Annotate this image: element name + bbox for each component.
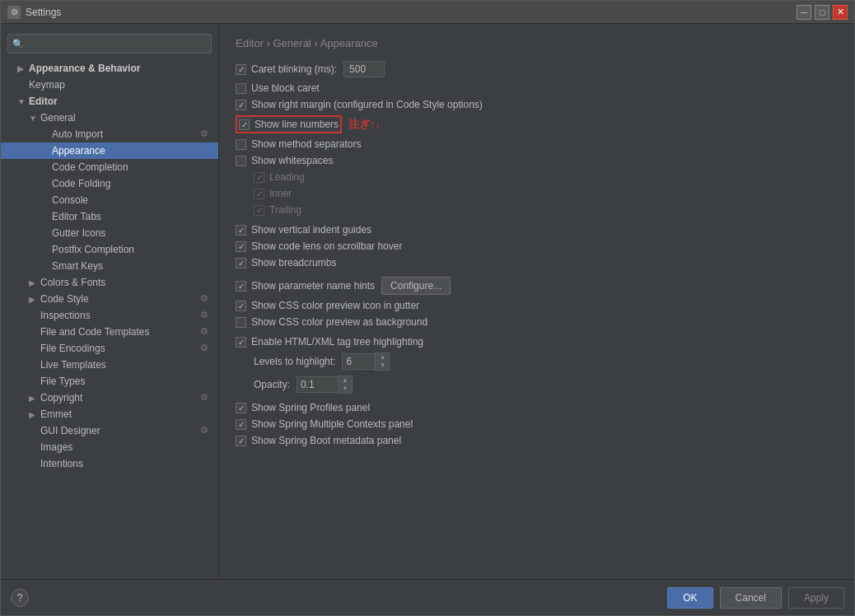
trailing-checkbox[interactable]: Trailing xyxy=(254,204,301,216)
sidebar-item-emmet[interactable]: ▶ Emmet xyxy=(1,406,218,422)
sidebar-item-label: Gutter Icons xyxy=(52,227,105,239)
method-separators-checkbox[interactable]: Show method separators xyxy=(236,138,361,150)
sidebar-item-colors-fonts[interactable]: ▶ Colors & Fonts xyxy=(1,274,218,291)
spinner-up-button[interactable]: ▲ xyxy=(339,376,352,385)
sidebar-item-file-code-templates[interactable]: File and Code Templates ⚙ xyxy=(1,324,218,340)
param-hints-checkbox[interactable]: Show parameter name hints xyxy=(236,280,375,292)
sidebar-item-label: General xyxy=(40,112,76,124)
levels-input[interactable] xyxy=(342,353,375,370)
caret-blinking-input[interactable] xyxy=(343,61,385,77)
help-button[interactable]: ? xyxy=(11,589,29,607)
setting-line-numbers: Show line numbers 注ぎ↑↓ xyxy=(236,115,838,133)
sidebar-item-live-templates[interactable]: Live Templates xyxy=(1,357,218,373)
right-margin-checkbox[interactable]: Show right margin (configured in Code St… xyxy=(236,99,483,110)
setting-method-separators: Show method separators xyxy=(236,138,838,150)
opacity-spinner[interactable]: ▲ ▼ xyxy=(297,376,353,394)
sidebar-item-gui-designer[interactable]: GUI Designer ⚙ xyxy=(1,422,218,439)
sidebar-item-intentions[interactable]: Intentions xyxy=(1,455,218,472)
setting-param-hints: Show parameter name hints Configure... xyxy=(236,277,838,295)
sidebar-item-label: Colors & Fonts xyxy=(40,277,105,288)
breadcrumb-text: Editor › General › Appearance xyxy=(236,37,378,49)
ok-button[interactable]: OK xyxy=(667,587,712,609)
checkbox-icon xyxy=(236,281,246,292)
sidebar-item-label: Appearance & Behavior xyxy=(29,63,140,74)
checkbox-icon xyxy=(236,258,246,268)
content-panel: Editor › General › Appearance Caret blin… xyxy=(219,24,854,579)
setting-caret-blinking: Caret blinking (ms): xyxy=(236,61,838,77)
sidebar-item-postfix-completion[interactable]: Postfix Completion xyxy=(1,241,218,258)
breadcrumbs-label: Show breadcrumbs xyxy=(251,257,336,268)
sidebar-item-label: Images xyxy=(40,441,72,453)
sidebar-item-appearance-behavior[interactable]: ▶ Appearance & Behavior xyxy=(1,60,218,77)
sidebar-item-label: Postfix Completion xyxy=(52,244,134,255)
setting-enable-html: Enable HTML/XML tag tree highlighting xyxy=(236,336,838,348)
close-button[interactable]: ✕ xyxy=(833,5,848,20)
sidebar-item-editor[interactable]: ▼ Editor xyxy=(1,93,218,110)
sidebar-item-code-completion[interactable]: Code Completion xyxy=(1,159,218,175)
sidebar-item-label: Intentions xyxy=(40,458,83,469)
setting-whitespaces: Show whitespaces xyxy=(236,155,838,166)
sidebar-item-label: Auto Import xyxy=(52,128,103,140)
apply-button[interactable]: Apply xyxy=(788,587,844,609)
inner-checkbox[interactable]: Inner xyxy=(254,188,292,199)
main-content: 🔍 ▶ Appearance & Behavior Keymap ▼ Edito… xyxy=(1,24,854,579)
setting-opacity: Opacity: ▲ ▼ xyxy=(236,376,838,394)
sidebar-item-gutter-icons[interactable]: Gutter Icons xyxy=(1,225,218,241)
indent-guides-checkbox[interactable]: Show vertical indent guides xyxy=(236,224,371,236)
sidebar-item-keymap[interactable]: Keymap xyxy=(1,77,218,93)
spinner-down-button[interactable]: ▼ xyxy=(376,362,389,370)
leading-checkbox[interactable]: Leading xyxy=(254,171,305,183)
setting-right-margin: Show right margin (configured in Code St… xyxy=(236,99,838,110)
css-preview-icon-checkbox[interactable]: Show CSS color preview icon in gutter xyxy=(236,300,419,311)
checkbox-icon xyxy=(236,83,246,94)
spring-profiles-checkbox[interactable]: Show Spring Profiles panel xyxy=(236,402,370,413)
sidebar-item-general[interactable]: ▼ General xyxy=(1,110,218,126)
spring-contexts-checkbox[interactable]: Show Spring Multiple Contexts panel xyxy=(236,418,413,430)
code-lens-checkbox[interactable]: Show code lens on scrollbar hover xyxy=(236,240,402,252)
line-numbers-checkbox[interactable]: Show line numbers xyxy=(239,119,339,130)
setting-block-caret: Use block caret xyxy=(236,82,838,94)
enable-html-label: Enable HTML/XML tag tree highlighting xyxy=(251,336,423,348)
css-preview-bg-checkbox[interactable]: Show CSS color preview as background xyxy=(236,316,428,328)
configure-button[interactable]: Configure... xyxy=(381,277,451,295)
sidebar-item-code-style[interactable]: ▶ Code Style ⚙ xyxy=(1,291,218,307)
sidebar-item-images[interactable]: Images xyxy=(1,439,218,455)
leading-label: Leading xyxy=(269,171,305,183)
sidebar-item-code-folding[interactable]: Code Folding xyxy=(1,175,218,192)
sidebar-item-inspections[interactable]: Inspections ⚙ xyxy=(1,307,218,324)
param-hints-label: Show parameter name hints xyxy=(251,280,375,292)
caret-blinking-checkbox[interactable]: Caret blinking (ms): xyxy=(236,63,337,75)
checkbox-icon xyxy=(254,189,264,199)
enable-html-checkbox[interactable]: Enable HTML/XML tag tree highlighting xyxy=(236,336,423,348)
sidebar-item-console[interactable]: Console xyxy=(1,192,218,208)
spinner-up-button[interactable]: ▲ xyxy=(376,353,389,362)
app-icon: ⚙ xyxy=(7,6,21,19)
sidebar-item-editor-tabs[interactable]: Editor Tabs xyxy=(1,208,218,225)
spring-boot-label: Show Spring Boot metadata panel xyxy=(251,435,401,446)
sidebar-item-appearance[interactable]: Appearance xyxy=(1,142,218,159)
caret-blinking-label: Caret blinking (ms): xyxy=(251,63,337,75)
setting-code-lens: Show code lens on scrollbar hover xyxy=(236,240,838,252)
spinner-down-button[interactable]: ▼ xyxy=(339,385,352,393)
minimize-button[interactable]: ─ xyxy=(797,5,811,20)
opacity-input[interactable] xyxy=(297,376,338,393)
annotation-text: 注ぎ↑↓ xyxy=(348,117,381,132)
sidebar-item-smart-keys[interactable]: Smart Keys xyxy=(1,258,218,274)
maximize-button[interactable]: □ xyxy=(815,5,829,20)
sidebar-item-label: File and Code Templates xyxy=(40,326,150,338)
spring-boot-checkbox[interactable]: Show Spring Boot metadata panel xyxy=(236,435,401,446)
whitespaces-checkbox[interactable]: Show whitespaces xyxy=(236,155,333,166)
sidebar-item-file-encodings[interactable]: File Encodings ⚙ xyxy=(1,340,218,357)
sidebar-item-label: Code Style xyxy=(40,293,89,305)
search-input[interactable] xyxy=(7,34,212,54)
block-caret-checkbox[interactable]: Use block caret xyxy=(236,82,320,94)
breadcrumbs-checkbox[interactable]: Show breadcrumbs xyxy=(236,257,336,268)
spinner-buttons: ▲ ▼ xyxy=(375,352,390,371)
sidebar-item-auto-import[interactable]: Auto Import ⚙ xyxy=(1,126,218,142)
sidebar-item-file-types[interactable]: File Types xyxy=(1,373,218,390)
footer: ? OK Cancel Apply xyxy=(1,579,854,615)
checkbox-icon xyxy=(236,64,246,75)
levels-spinner[interactable]: ▲ ▼ xyxy=(342,352,390,371)
cancel-button[interactable]: Cancel xyxy=(720,587,782,609)
sidebar-item-copyright[interactable]: ▶ Copyright ⚙ xyxy=(1,390,218,406)
